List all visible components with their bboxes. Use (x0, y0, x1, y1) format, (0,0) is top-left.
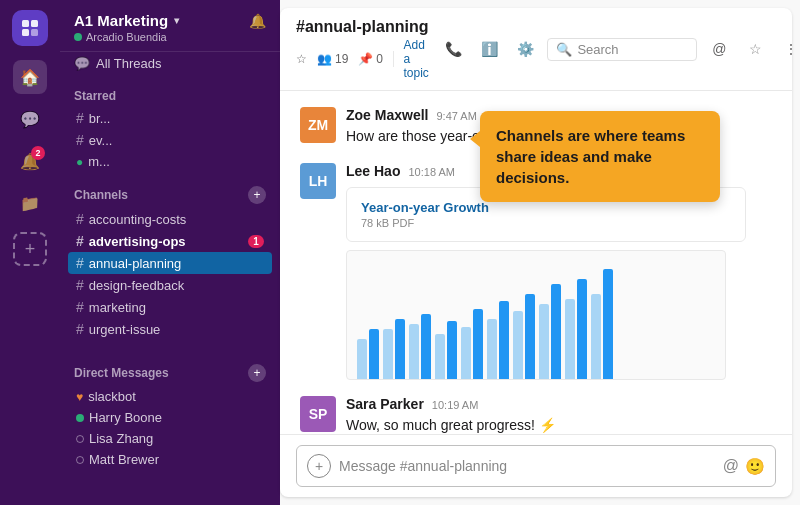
starred-section-header: Starred (60, 75, 280, 107)
chat-icon[interactable]: 💬 (13, 102, 47, 136)
more-options-button[interactable]: ⋮ (777, 35, 792, 63)
svg-rect-2 (22, 29, 29, 36)
channel-meta: ☆ 👥 19 📌 0 Add a topic (296, 38, 429, 80)
message-content: Sara Parker 10:19 AM Wow, so much great … (346, 396, 772, 434)
status-dot-icon (74, 33, 82, 41)
add-workspace-button[interactable]: + (13, 232, 47, 266)
message-input[interactable]: Message #annual-planning (339, 458, 715, 474)
add-attachment-button[interactable]: + (307, 454, 331, 478)
sidebar-item-starred-3[interactable]: ● m... (68, 151, 272, 172)
sidebar-item-starred-1[interactable]: # br... (68, 107, 272, 129)
members-count: 👥 19 (317, 52, 348, 66)
bar-light (513, 311, 523, 379)
bell-icon[interactable]: 🔔 (249, 13, 266, 29)
bar-dark (369, 329, 379, 379)
avatar: ZM (300, 107, 336, 143)
message-text: Wow, so much great progress! ⚡ (346, 415, 772, 434)
bar-light (383, 329, 393, 379)
bar-group (357, 329, 379, 379)
bar-group (591, 269, 613, 379)
bar-group (539, 284, 561, 379)
bar-dark (551, 284, 561, 379)
call-button[interactable]: 📞 (439, 35, 467, 63)
sidebar-item-advertising-ops[interactable]: # advertising-ops 1 (68, 230, 272, 252)
bar-dark (395, 319, 405, 379)
home-icon[interactable]: 🏠 (13, 60, 47, 94)
sidebar-header: A1 Marketing ▾ 🔔 Arcadio Buendia (60, 0, 280, 52)
sidebar-item-starred-2[interactable]: # ev... (68, 129, 272, 151)
dm-list: ♥ slackbot Harry Boone Lisa Zhang Matt B… (60, 386, 280, 470)
bar-dark (499, 301, 509, 379)
search-icon: 🔍 (556, 42, 572, 57)
settings-button[interactable]: ⚙️ (511, 35, 539, 63)
sidebar-item-accounting-costs[interactable]: # accounting-costs (68, 208, 272, 230)
bar-dark (603, 269, 613, 379)
unread-badge: 1 (248, 235, 264, 248)
at-button[interactable]: @ (705, 35, 733, 63)
sidebar-item-annual-planning[interactable]: # annual-planning (68, 252, 272, 274)
bar-dark (421, 314, 431, 379)
hash-icon: # (76, 255, 84, 271)
notifications-icon[interactable]: 🔔 2 (13, 144, 47, 178)
workspace-name[interactable]: A1 Marketing ▾ (74, 12, 179, 29)
bar-group (565, 279, 587, 379)
search-placeholder: Search (577, 42, 618, 57)
notification-badge: 2 (31, 146, 45, 160)
avatar-image: ZM (300, 107, 336, 143)
message-author: Sara Parker (346, 396, 424, 412)
add-topic-button[interactable]: Add a topic (403, 38, 429, 80)
info-button[interactable]: ℹ️ (475, 35, 503, 63)
all-threads-item[interactable]: 💬 All Threads (60, 52, 280, 75)
at-mention-button[interactable]: @ (723, 457, 739, 475)
svg-rect-3 (31, 29, 38, 36)
channels-title: Channels (74, 188, 128, 202)
add-channel-button[interactable]: + (248, 186, 266, 204)
pin-icon: 📌 (358, 52, 373, 66)
tooltip-arrow-icon (470, 131, 480, 147)
tooltip-text: Channels are where teams share ideas and… (496, 127, 685, 186)
svg-rect-1 (31, 20, 38, 27)
sidebar-item-lisa-zhang[interactable]: Lisa Zhang (68, 428, 272, 449)
message-time: 9:47 AM (436, 110, 476, 122)
bar-group (513, 294, 535, 379)
online-dot-icon: ● (76, 155, 83, 169)
emoji-button[interactable]: 🙂 (745, 457, 765, 476)
sidebar-item-slackbot[interactable]: ♥ slackbot (68, 386, 272, 407)
messages-area: ZM Zoe Maxwell 9:47 AM How are those yea… (280, 91, 792, 434)
star-icon[interactable]: ☆ (296, 52, 307, 66)
message-author: Lee Hao (346, 163, 400, 179)
sidebar-item-design-feedback[interactable]: # design-feedback (68, 274, 272, 296)
bookmark-button[interactable]: ☆ (741, 35, 769, 63)
workspace-logo[interactable] (12, 10, 48, 46)
bar-light (487, 319, 497, 379)
message-input-box: + Message #annual-planning @ 🙂 (296, 445, 776, 487)
input-actions: @ 🙂 (723, 457, 765, 476)
dm-title: Direct Messages (74, 366, 169, 380)
bar-group (409, 314, 431, 379)
sidebar-item-urgent-issue[interactable]: # urgent-issue (68, 318, 272, 340)
avatar: SP (300, 396, 336, 432)
header-actions: 📞 ℹ️ ⚙️ 🔍 Search @ ☆ ⋮ (439, 35, 792, 63)
message-time: 10:18 AM (408, 166, 454, 178)
files-icon[interactable]: 📁 (13, 186, 47, 220)
sidebar-item-marketing[interactable]: # marketing (68, 296, 272, 318)
dm-section-header: Direct Messages + (60, 350, 280, 386)
bar-group (435, 321, 457, 379)
bar-light (435, 334, 445, 379)
icon-rail: 🏠 💬 🔔 2 📁 + (0, 0, 60, 505)
attachment-title: Year-on-year Growth (361, 200, 731, 215)
sidebar-item-harry-boone[interactable]: Harry Boone (68, 407, 272, 428)
hash-icon: # (76, 110, 84, 126)
search-box[interactable]: 🔍 Search (547, 38, 697, 61)
bar-dark (525, 294, 535, 379)
offline-status-icon (76, 435, 84, 443)
avatar: LH (300, 163, 336, 199)
hash-icon: # (76, 321, 84, 337)
message-time: 10:19 AM (432, 399, 478, 411)
sidebar-item-matt-brewer[interactable]: Matt Brewer (68, 449, 272, 470)
add-dm-button[interactable]: + (248, 364, 266, 382)
bar-dark (473, 309, 483, 379)
bar-light (539, 304, 549, 379)
offline-status-icon (76, 456, 84, 464)
threads-icon: 💬 (74, 56, 90, 71)
